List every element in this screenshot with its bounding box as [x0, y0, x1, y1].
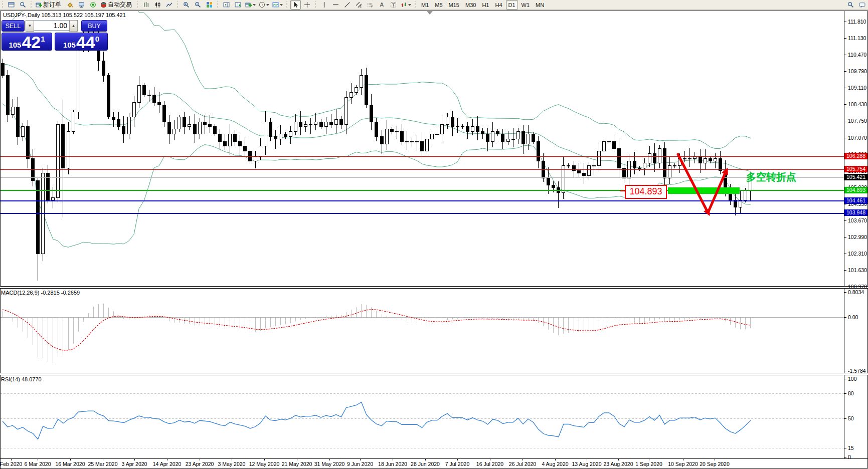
candlestick-mode-button[interactable]: [152, 0, 163, 10]
toolbar-grip: [217, 2, 219, 8]
add-indicator-icon: [245, 2, 252, 8]
date-axis-label: 7 Jul 2020: [445, 461, 469, 467]
window-splitter-icon[interactable]: [427, 11, 433, 15]
search-button[interactable]: [845, 0, 856, 10]
price-axis-tick: 108.430: [848, 101, 867, 107]
date-axis-label: 12 May 2020: [249, 461, 280, 467]
timeframe-button-H1[interactable]: H1: [479, 0, 491, 10]
chart-styles-icon: [67, 2, 73, 8]
rsi-indicator-label: RSI(14) 48.0770: [1, 376, 42, 382]
zoom-out-button[interactable]: [193, 0, 203, 10]
sell-price-display[interactable]: 105 42 1: [2, 33, 52, 51]
date-axis-label: 23 Aug 2020: [604, 461, 633, 467]
panel-splitter[interactable]: [0, 286, 868, 289]
period-selector-button[interactable]: [258, 0, 270, 10]
date-axis-label: 16 Mar 2020: [56, 461, 85, 467]
equidistant-channel-tool-button[interactable]: [354, 0, 364, 10]
line-chart-mode-button[interactable]: [164, 0, 175, 10]
text-label-tool-button[interactable]: [388, 0, 399, 10]
buy-price-big: 44: [76, 35, 95, 50]
timeframe-button-W1[interactable]: W1: [519, 0, 533, 10]
timeframe-button-D1[interactable]: D1: [506, 0, 518, 10]
horizontal-line-tool-button[interactable]: [330, 0, 341, 10]
date-axis-label: 13 Aug 2020: [572, 461, 602, 467]
autotrading-button[interactable]: 自动交易: [99, 0, 134, 10]
price-annotation-label[interactable]: 104.893: [625, 185, 667, 199]
buy-price-display[interactable]: 105 44 0: [55, 33, 108, 51]
trendline-tool-button[interactable]: [342, 0, 353, 10]
price-axis-tick: 103.670: [848, 217, 867, 223]
toolbar-grip: [314, 2, 317, 8]
template-button[interactable]: [271, 0, 284, 10]
crosshair-tool-icon: [304, 2, 310, 8]
bar-chart-mode-button[interactable]: [141, 0, 151, 10]
date-axis-label: 23 Apr 2020: [186, 461, 214, 467]
sell-button[interactable]: SELL: [2, 20, 25, 32]
autotrading-label: 自动交易: [108, 1, 132, 9]
toolbar: 新订单自动交易M1M5M15M30H1H4D1W1MN: [0, 0, 868, 10]
new-order-button[interactable]: 新订单: [35, 0, 64, 10]
fibonacci-tool-button[interactable]: [365, 0, 376, 10]
period-selector-icon: [259, 2, 265, 8]
price-badge: 104.461: [844, 197, 867, 204]
timeframe-button-M1[interactable]: M1: [419, 0, 431, 10]
chart-canvas[interactable]: [0, 0, 868, 469]
strategy-tester-button[interactable]: [88, 0, 98, 10]
crosshair-tool-button[interactable]: [302, 0, 312, 10]
dropdown-caret-icon[interactable]: [280, 4, 283, 6]
add-indicator-button[interactable]: [244, 0, 257, 10]
dropdown-caret-icon[interactable]: [266, 4, 269, 6]
price-axis-tick: 109.110: [848, 85, 866, 91]
sell-price-sup: 1: [41, 35, 45, 43]
date-axis-label: 9 Jun 2020: [347, 461, 373, 467]
text-label-tool-icon: [390, 2, 397, 8]
arrange-windows-button[interactable]: [221, 0, 232, 10]
zoom-window-button[interactable]: [18, 0, 28, 10]
cursor-tool-button[interactable]: [290, 0, 301, 10]
turning-point-annotation[interactable]: 多空转折点: [746, 170, 796, 184]
vertical-line-tool-button[interactable]: [319, 0, 329, 10]
price-axis-tick: 110.470: [848, 52, 866, 58]
date-axis-label: Feb 2020: [0, 461, 22, 467]
arrow-objects-tool-icon: [401, 2, 407, 8]
volume-decrease-button[interactable]: ▼: [26, 20, 34, 32]
text-tool-button[interactable]: [377, 0, 387, 10]
autotrading-icon: [100, 2, 107, 8]
date-axis-label: 20 Sep 2020: [700, 461, 730, 467]
buy-button[interactable]: BUY: [81, 20, 107, 32]
terminal-button[interactable]: [76, 0, 87, 10]
timeframe-button-H4[interactable]: H4: [492, 0, 504, 10]
template-icon: [272, 2, 279, 8]
chart-styles-button[interactable]: [65, 0, 75, 10]
zoom-out-icon: [195, 2, 201, 8]
timeframe-button-M15[interactable]: M15: [446, 0, 462, 10]
rsi-axis-tick: 100: [848, 376, 857, 382]
chart-title: USDJPY-,Daily 105.313 105.522 105.197 10…: [3, 12, 126, 18]
dropdown-caret-icon[interactable]: [408, 4, 411, 6]
toolbar-grip: [414, 2, 417, 8]
arrow-objects-tool-button[interactable]: [400, 0, 412, 10]
price-axis-tick: 107.070: [848, 135, 867, 141]
tile-windows-button[interactable]: [204, 0, 215, 10]
date-axis-label: 3 Apr 2020: [122, 461, 147, 467]
zoom-in-button[interactable]: [181, 0, 192, 10]
rsi-axis-tick: 50: [848, 415, 854, 421]
price-axis-tick: 111.130: [848, 35, 866, 41]
timeframe-button-M5[interactable]: M5: [432, 0, 445, 10]
toolbar-grip: [2, 2, 4, 8]
timeframe-button-M30[interactable]: M30: [463, 0, 478, 10]
toolbar-grip: [136, 2, 139, 8]
chat-button[interactable]: [857, 0, 867, 10]
dropdown-caret-icon[interactable]: [253, 4, 256, 6]
price-badge: 106.288: [844, 153, 867, 159]
new-chart-window-button[interactable]: [233, 0, 243, 10]
panel-splitter[interactable]: [0, 373, 868, 375]
date-axis-label: 10 Sep 2020: [668, 461, 698, 467]
volume-input[interactable]: [34, 20, 69, 31]
timeframe-button-MN[interactable]: MN: [533, 0, 547, 10]
chart-profile-button[interactable]: [6, 0, 17, 10]
date-axis-label: 1 Sep 2020: [635, 461, 662, 467]
trendline-tool-icon: [344, 2, 351, 8]
volume-increase-button[interactable]: ▲: [69, 20, 78, 32]
price-axis-tick: 102.310: [848, 251, 867, 257]
